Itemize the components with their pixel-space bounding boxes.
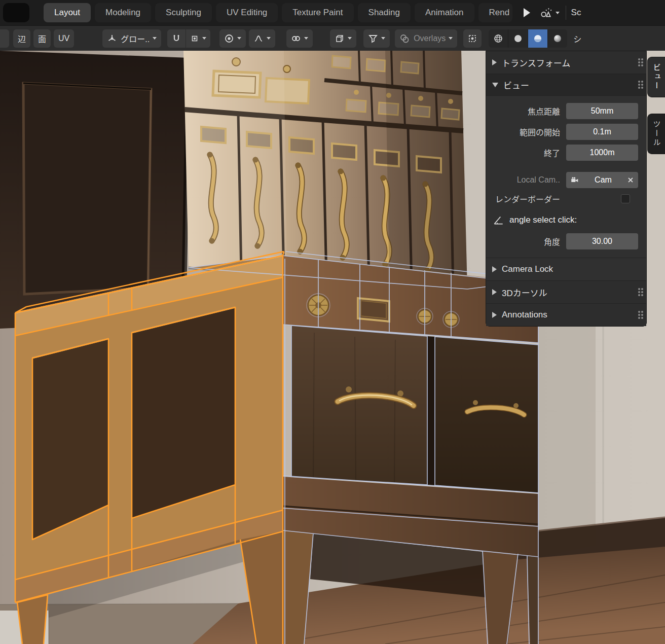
shading-wireframe-button[interactable] bbox=[489, 29, 508, 48]
tab-label: Texture Paint bbox=[292, 8, 343, 18]
select-mode-face-button[interactable]: 面 bbox=[33, 29, 51, 48]
field-value: Cam bbox=[579, 175, 627, 185]
falloff-curve-icon bbox=[253, 33, 264, 44]
workspace-tab-rendering[interactable]: Rend bbox=[478, 3, 512, 22]
tab-label: Modeling bbox=[105, 8, 140, 18]
angle-note-row: angle select click: bbox=[492, 214, 638, 226]
drag-dots-icon[interactable] bbox=[638, 81, 640, 83]
magnet-icon bbox=[171, 33, 181, 44]
workspace-tab-modeling[interactable]: Modeling bbox=[95, 3, 151, 22]
tab-label: Shading bbox=[368, 8, 400, 18]
clip-end-row: 終了 1000m bbox=[492, 145, 638, 161]
pivot-point-dropdown[interactable] bbox=[330, 29, 356, 48]
field-value: 50mm bbox=[591, 106, 613, 116]
viewport-header: 辺 面 UV グロー.. bbox=[0, 25, 665, 51]
tab-label: Sculpting bbox=[166, 8, 201, 18]
focal-length-row: 焦点距離 50mm bbox=[492, 103, 638, 119]
tab-overflow-arrow-icon[interactable] bbox=[524, 8, 530, 17]
select-mode-edge-button[interactable]: 辺 bbox=[13, 29, 30, 48]
disclosure-triangle-icon bbox=[492, 312, 497, 318]
close-icon[interactable] bbox=[627, 176, 634, 184]
angle-field[interactable]: 30.00 bbox=[566, 233, 638, 249]
local-camera-row: Local Cam.. Cam bbox=[492, 172, 638, 188]
drag-dots-icon[interactable] bbox=[638, 288, 640, 290]
editor-type-stub[interactable] bbox=[0, 29, 9, 48]
header-clipped-text: シ bbox=[573, 32, 581, 45]
local-camera-field[interactable]: Cam bbox=[566, 172, 638, 188]
disclosure-triangle-icon bbox=[492, 266, 497, 272]
falloff-dropdown[interactable] bbox=[249, 29, 275, 48]
sidebar-tab-tool[interactable]: ツール bbox=[647, 114, 665, 154]
proportional-editing-dropdown[interactable] bbox=[219, 29, 246, 48]
tab-label: UV Editing bbox=[227, 8, 267, 18]
panel-header-3d-cursor[interactable]: 3Dカーソル bbox=[486, 281, 646, 304]
note-text: angle select click: bbox=[509, 215, 577, 225]
chevron-down-icon bbox=[449, 37, 453, 40]
uv-button[interactable]: UV bbox=[54, 29, 74, 48]
button-label: 辺 bbox=[18, 32, 26, 45]
workspace-tab-uv-editing[interactable]: UV Editing bbox=[216, 3, 278, 22]
panel-header-annotations[interactable]: Annotations bbox=[486, 304, 646, 326]
rendered-sphere-icon bbox=[552, 33, 563, 44]
field-label: レンダーボーダー bbox=[492, 193, 566, 205]
field-value: 30.00 bbox=[592, 237, 612, 246]
gizmo-icon bbox=[467, 33, 477, 44]
overlays-icon bbox=[399, 33, 410, 44]
shading-material-button[interactable] bbox=[528, 29, 547, 48]
field-label: 角度 bbox=[492, 235, 566, 247]
panel-title: Camera Lock bbox=[502, 264, 553, 274]
link-icon bbox=[291, 33, 301, 44]
workspace-tab-texture-paint[interactable]: Texture Paint bbox=[282, 3, 353, 22]
scene-name-clipped: Sc bbox=[571, 8, 581, 18]
link-state-dropdown[interactable] bbox=[286, 29, 313, 48]
transform-orientation-dropdown[interactable]: グロー.. bbox=[102, 29, 161, 48]
shading-rendered-button[interactable] bbox=[547, 29, 567, 48]
chevron-down-icon bbox=[348, 37, 352, 40]
workspace-tab-layout[interactable]: Layout bbox=[44, 3, 91, 22]
material-sphere-icon bbox=[533, 33, 543, 44]
clip-start-field[interactable]: 0.1m bbox=[566, 124, 638, 140]
viewport-shading-group bbox=[489, 29, 567, 48]
workspace-tab-shading[interactable]: Shading bbox=[358, 3, 411, 22]
field-value: 0.1m bbox=[593, 127, 611, 136]
card-catalog-cabinet bbox=[183, 51, 467, 289]
topbar: Layout Modeling Sculpting UV Editing Tex… bbox=[0, 0, 665, 25]
workspace-tab-animation[interactable]: Animation bbox=[415, 3, 474, 22]
overlays-dropdown[interactable]: Overlays bbox=[395, 29, 457, 48]
focal-length-field[interactable]: 50mm bbox=[566, 103, 638, 119]
app-menu-stub[interactable] bbox=[3, 3, 29, 22]
proportional-circle-icon bbox=[224, 33, 234, 44]
tab-label: ビュー bbox=[653, 63, 660, 91]
separator bbox=[566, 6, 566, 20]
angle-measure-icon bbox=[492, 214, 504, 226]
filter-dropdown[interactable] bbox=[363, 29, 390, 48]
panel-header-transform[interactable]: トランスフォーム bbox=[486, 51, 646, 74]
drag-dots-icon[interactable] bbox=[638, 311, 640, 313]
chevron-down-icon bbox=[267, 37, 271, 40]
snap-toggle-button[interactable] bbox=[167, 29, 186, 48]
panel-title: Annotations bbox=[502, 310, 547, 320]
scene-selector[interactable] bbox=[539, 6, 560, 19]
field-label: 終了 bbox=[492, 147, 566, 159]
gizmos-toggle-button[interactable] bbox=[463, 29, 482, 48]
chevron-down-icon bbox=[153, 37, 157, 40]
orientation-label: グロー.. bbox=[121, 32, 150, 45]
sidebar-tab-view[interactable]: ビュー bbox=[647, 57, 665, 97]
snap-target-dropdown[interactable] bbox=[186, 29, 210, 48]
render-border-checkbox[interactable] bbox=[621, 194, 630, 203]
disclosure-triangle-icon bbox=[492, 83, 498, 87]
button-label: UV bbox=[58, 34, 69, 43]
sidebar-n-panel: トランスフォーム ビュー 焦点距離 50mm 範囲の開始 0.1m 終了 100… bbox=[486, 51, 647, 327]
workspace-tab-sculpting[interactable]: Sculpting bbox=[155, 3, 212, 22]
clip-end-field[interactable]: 1000m bbox=[566, 145, 638, 161]
disclosure-triangle-icon bbox=[492, 289, 497, 295]
field-label: 焦点距離 bbox=[492, 105, 566, 117]
panel-header-camera-lock[interactable]: Camera Lock bbox=[486, 258, 646, 281]
drag-dots-icon[interactable] bbox=[638, 58, 640, 60]
snap-target-icon bbox=[190, 34, 199, 43]
shading-solid-button[interactable] bbox=[508, 29, 528, 48]
chevron-down-icon bbox=[304, 37, 308, 40]
tab-label: Animation bbox=[425, 8, 464, 18]
panel-header-view[interactable]: ビュー bbox=[486, 74, 646, 96]
cube-icon bbox=[335, 33, 345, 44]
